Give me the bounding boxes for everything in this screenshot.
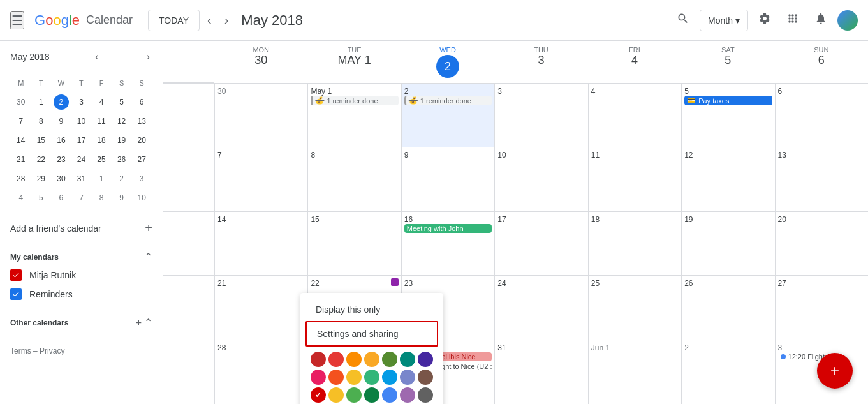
other-calendars-header[interactable]: Other calendars + ⌃ bbox=[0, 314, 163, 331]
mini-cal-day[interactable]: 9 bbox=[112, 189, 131, 207]
color-swatch[interactable] bbox=[364, 370, 379, 385]
color-swatch-selected[interactable] bbox=[311, 387, 326, 403]
mini-cal-day[interactable]: 1 bbox=[32, 93, 51, 111]
mini-cal-day[interactable]: 7 bbox=[72, 189, 91, 207]
day-cell-12[interactable]: 12 bbox=[681, 147, 774, 211]
color-swatch[interactable] bbox=[400, 352, 415, 367]
mini-cal-day[interactable]: 22 bbox=[32, 151, 51, 168]
day-cell-may2[interactable]: 2 💰1 reminder done bbox=[401, 84, 494, 147]
mini-cal-next-button[interactable]: › bbox=[144, 49, 152, 65]
mini-cal-day[interactable]: 9 bbox=[52, 112, 71, 130]
mini-cal-day[interactable]: 11 bbox=[92, 112, 111, 130]
day-cell-jun1[interactable]: Jun 1 bbox=[588, 340, 681, 404]
day-cell-8[interactable]: 8 bbox=[307, 147, 401, 211]
mini-cal-day[interactable]: 15 bbox=[32, 131, 51, 149]
mini-cal-day[interactable]: 14 bbox=[11, 131, 31, 149]
add-friend-calendar[interactable]: Add a friend's calendar + bbox=[0, 213, 163, 243]
mini-cal-day[interactable]: 12 bbox=[112, 112, 131, 130]
mini-cal-day[interactable]: 23 bbox=[52, 151, 71, 168]
color-swatch[interactable] bbox=[418, 352, 433, 367]
day-cell-18[interactable]: 18 bbox=[588, 212, 681, 275]
color-swatch[interactable] bbox=[418, 387, 433, 403]
next-period-button[interactable]: › bbox=[219, 8, 234, 33]
day-cell-9[interactable]: 9 bbox=[401, 147, 494, 211]
day-cell-11[interactable]: 11 bbox=[588, 147, 681, 211]
day-cell-jun2[interactable]: 2 bbox=[681, 340, 774, 404]
mini-cal-day[interactable]: 5 bbox=[112, 93, 131, 111]
day-cell-28[interactable]: 28 bbox=[214, 340, 307, 404]
day-cell-19[interactable]: 19 bbox=[681, 212, 774, 275]
mini-cal-day[interactable]: 29 bbox=[32, 170, 51, 188]
mini-cal-day[interactable]: 31 bbox=[72, 170, 91, 188]
day-cell-may4[interactable]: 4 bbox=[588, 84, 681, 147]
day-cell-17[interactable]: 17 bbox=[494, 212, 587, 275]
color-swatch[interactable] bbox=[364, 352, 379, 367]
mini-cal-day[interactable]: 27 bbox=[132, 151, 151, 168]
mini-cal-day[interactable]: 25 bbox=[92, 151, 111, 168]
mini-cal-day[interactable]: 1 bbox=[92, 170, 111, 188]
event-meeting-john[interactable]: Meeting with John bbox=[404, 224, 492, 233]
terms-link[interactable]: Terms bbox=[10, 347, 31, 355]
mini-cal-day[interactable]: 8 bbox=[92, 189, 111, 207]
mini-cal-day[interactable]: 4 bbox=[11, 189, 31, 207]
mini-cal-day[interactable]: 21 bbox=[11, 151, 31, 168]
event-pill[interactable]: 💰1 reminder done bbox=[311, 96, 398, 105]
event-pay-taxes[interactable]: 💳Pay taxes bbox=[684, 96, 772, 105]
color-swatch[interactable] bbox=[346, 352, 362, 367]
create-event-fab[interactable]: + bbox=[817, 353, 853, 389]
day-cell-may3[interactable]: 3 bbox=[494, 84, 587, 147]
color-swatch[interactable] bbox=[364, 387, 379, 403]
mini-cal-day[interactable]: 16 bbox=[52, 131, 71, 149]
day-cell-13[interactable]: 13 bbox=[775, 147, 868, 211]
mini-cal-day[interactable]: 3 bbox=[72, 93, 91, 111]
mini-cal-prev-button[interactable]: ‹ bbox=[92, 49, 101, 65]
day-cell-31[interactable]: 31 bbox=[494, 340, 587, 404]
settings-button[interactable] bbox=[753, 7, 776, 33]
notifications-button[interactable] bbox=[809, 7, 832, 33]
apps-button[interactable] bbox=[781, 7, 804, 33]
mini-cal-day[interactable]: 6 bbox=[132, 93, 151, 111]
color-swatch[interactable] bbox=[311, 370, 326, 385]
mini-cal-day[interactable]: 28 bbox=[11, 170, 31, 188]
hamburger-menu-button[interactable]: ☰ bbox=[10, 11, 24, 29]
day-cell-may5[interactable]: 5 💳Pay taxes bbox=[681, 84, 774, 147]
color-swatch[interactable] bbox=[328, 352, 344, 367]
mini-cal-day[interactable]: 30 bbox=[11, 93, 31, 111]
prev-period-button[interactable]: ‹ bbox=[202, 8, 217, 33]
color-swatch[interactable] bbox=[346, 370, 362, 385]
mini-cal-day[interactable]: 10 bbox=[72, 112, 91, 130]
day-cell-16[interactable]: 16 Meeting with John bbox=[401, 212, 494, 275]
color-swatch[interactable] bbox=[346, 387, 362, 403]
color-swatch[interactable] bbox=[400, 370, 415, 385]
day-cell-7[interactable]: 7 bbox=[214, 147, 307, 211]
day-cell-14[interactable]: 14 bbox=[214, 212, 307, 275]
view-selector[interactable]: Month ▾ bbox=[700, 10, 748, 31]
color-swatch[interactable] bbox=[382, 387, 397, 403]
mini-cal-day[interactable]: 8 bbox=[32, 112, 51, 130]
day-cell-may6[interactable]: 6 bbox=[775, 84, 868, 147]
day-cell-apr30[interactable]: 30 bbox=[214, 84, 307, 147]
privacy-link[interactable]: Privacy bbox=[40, 347, 64, 355]
mini-cal-day[interactable]: 20 bbox=[132, 131, 151, 149]
settings-sharing-menu-item[interactable]: Settings and sharing bbox=[305, 321, 438, 347]
day-cell-26[interactable]: 26 bbox=[681, 276, 774, 339]
today-button[interactable]: TODAY bbox=[148, 10, 200, 31]
mini-cal-day[interactable]: 18 bbox=[92, 131, 111, 149]
mini-cal-day[interactable]: 26 bbox=[112, 151, 131, 168]
mini-cal-day[interactable]: 19 bbox=[112, 131, 131, 149]
mini-cal-day[interactable]: 17 bbox=[72, 131, 91, 149]
mini-cal-day[interactable]: 24 bbox=[72, 151, 91, 168]
event-pill[interactable]: 💰1 reminder done bbox=[404, 96, 492, 105]
mini-cal-day[interactable]: 13 bbox=[132, 112, 151, 130]
day-cell-may1[interactable]: May 1 💰1 reminder done bbox=[307, 84, 401, 147]
day-cell-21[interactable]: 21 bbox=[214, 276, 307, 339]
mini-cal-day[interactable]: 7 bbox=[11, 112, 31, 130]
color-swatch[interactable] bbox=[400, 387, 415, 403]
day-cell-27[interactable]: 27 bbox=[775, 276, 868, 339]
day-cell-24[interactable]: 24 bbox=[494, 276, 587, 339]
mini-cal-day[interactable]: 4 bbox=[92, 93, 111, 111]
mini-cal-day[interactable]: 30 bbox=[52, 170, 71, 188]
color-swatch[interactable] bbox=[382, 352, 397, 367]
mini-cal-day[interactable]: 10 bbox=[132, 189, 151, 207]
display-only-menu-item[interactable]: Display this only bbox=[300, 298, 443, 321]
